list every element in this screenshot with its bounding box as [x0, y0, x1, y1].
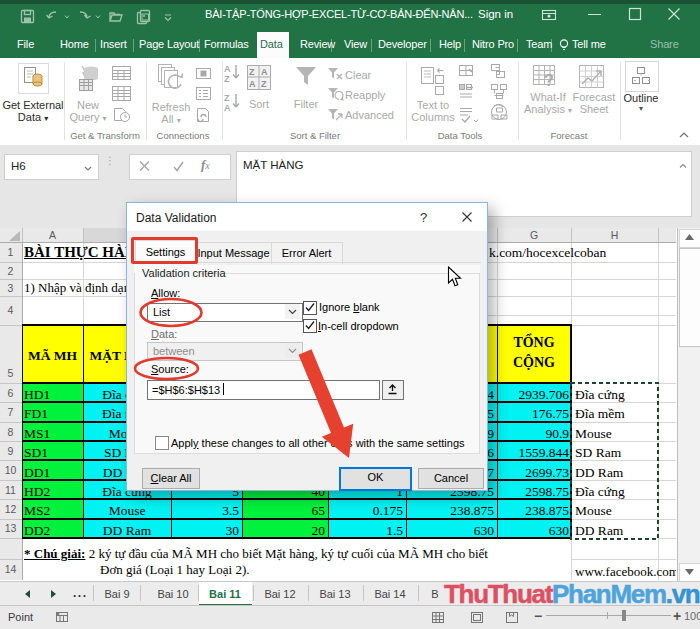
svg-text:Z: Z — [224, 93, 230, 103]
svg-text:Z: Z — [249, 67, 255, 77]
svg-text:Z: Z — [224, 74, 230, 84]
svg-text:A: A — [224, 64, 231, 74]
svg-text:A: A — [249, 79, 256, 89]
svg-text:?: ? — [544, 72, 554, 89]
svg-text:A: A — [224, 103, 231, 113]
svg-text:A: A — [261, 67, 268, 77]
svg-text:Z: Z — [261, 79, 267, 89]
